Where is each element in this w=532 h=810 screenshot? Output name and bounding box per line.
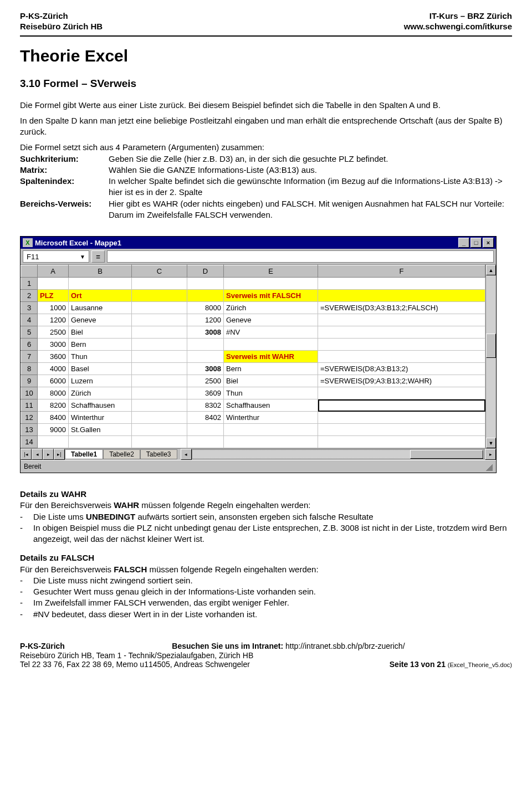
- cell[interactable]: 3008: [187, 326, 224, 339]
- scroll-thumb[interactable]: [410, 450, 483, 459]
- cell[interactable]: #NV: [224, 326, 318, 339]
- cell[interactable]: [38, 436, 69, 448]
- cell[interactable]: 3609: [187, 387, 224, 399]
- cell[interactable]: Schaffhausen: [224, 399, 318, 412]
- row-header[interactable]: 2: [21, 290, 38, 302]
- cell[interactable]: [132, 326, 187, 339]
- horizontal-scrollbar[interactable]: ◂ ▸: [181, 449, 496, 460]
- tab-nav-first-icon[interactable]: |◂: [21, 449, 32, 460]
- cell[interactable]: 3600: [38, 351, 69, 363]
- cell[interactable]: [318, 436, 485, 448]
- cell[interactable]: PLZ: [38, 290, 69, 302]
- sheet-tab[interactable]: Tabelle1: [65, 449, 103, 459]
- row-header[interactable]: 7: [21, 351, 38, 363]
- cell[interactable]: 2500: [38, 326, 69, 339]
- cell[interactable]: Biel: [224, 375, 318, 387]
- cell[interactable]: 3008: [187, 363, 224, 375]
- cell[interactable]: [318, 339, 485, 351]
- cell[interactable]: =SVERWEIS(D3;A3:B13;2;FALSCH): [318, 302, 485, 314]
- cell[interactable]: Schaffhausen: [69, 399, 132, 412]
- cell[interactable]: 2500: [187, 375, 224, 387]
- cell[interactable]: 1200: [38, 314, 69, 326]
- sheet-tab[interactable]: Tabelle3: [140, 449, 177, 459]
- cell[interactable]: Bern: [69, 339, 132, 351]
- sheet-tab[interactable]: Tabelle2: [103, 449, 140, 459]
- maximize-button[interactable]: □: [470, 238, 482, 248]
- cell[interactable]: 8200: [38, 399, 69, 412]
- cell[interactable]: [132, 314, 187, 326]
- row-header[interactable]: 10: [21, 387, 38, 399]
- cell[interactable]: [132, 302, 187, 314]
- cell[interactable]: Winterthur: [224, 412, 318, 424]
- col-header[interactable]: B: [69, 265, 132, 278]
- formula-input[interactable]: [107, 250, 494, 263]
- cell[interactable]: 8302: [187, 399, 224, 412]
- cell[interactable]: Sverweis mit WAHR: [224, 351, 318, 363]
- cell[interactable]: [318, 424, 485, 436]
- row-header[interactable]: 3: [21, 302, 38, 314]
- cell[interactable]: [132, 375, 187, 387]
- cell[interactable]: Basel: [69, 363, 132, 375]
- cell[interactable]: [187, 424, 224, 436]
- cell[interactable]: Winterthur: [69, 412, 132, 424]
- close-button[interactable]: ×: [483, 238, 494, 248]
- minimize-button[interactable]: _: [458, 238, 469, 248]
- col-header[interactable]: A: [38, 265, 69, 278]
- col-header[interactable]: C: [132, 265, 187, 278]
- cell[interactable]: [318, 314, 485, 326]
- cell[interactable]: Thun: [69, 351, 132, 363]
- cell[interactable]: [132, 290, 187, 302]
- row-header[interactable]: 4: [21, 314, 38, 326]
- cell[interactable]: 4000: [38, 363, 69, 375]
- cell[interactable]: [132, 436, 187, 448]
- cell[interactable]: =SVERWEIS(D8;A3:B13;2): [318, 363, 485, 375]
- cell[interactable]: [318, 278, 485, 290]
- cell[interactable]: 8402: [187, 412, 224, 424]
- cell[interactable]: 1200: [187, 314, 224, 326]
- name-box[interactable]: F11 ▼: [23, 250, 89, 263]
- cell[interactable]: Biel: [69, 326, 132, 339]
- cell[interactable]: 8000: [187, 302, 224, 314]
- cell[interactable]: [132, 278, 187, 290]
- col-header[interactable]: F: [318, 265, 485, 278]
- cell[interactable]: [318, 387, 485, 399]
- cell[interactable]: [224, 339, 318, 351]
- row-header[interactable]: 11: [21, 399, 38, 412]
- cell[interactable]: [187, 436, 224, 448]
- tab-nav-next-icon[interactable]: ▸: [43, 449, 54, 460]
- cell[interactable]: [318, 326, 485, 339]
- row-header[interactable]: 5: [21, 326, 38, 339]
- col-header[interactable]: D: [187, 265, 224, 278]
- tab-nav-prev-icon[interactable]: ◂: [32, 449, 43, 460]
- cell[interactable]: [318, 290, 485, 302]
- scroll-left-icon[interactable]: ◂: [181, 449, 192, 460]
- tab-nav-last-icon[interactable]: ▸|: [54, 449, 65, 460]
- cell[interactable]: [187, 351, 224, 363]
- formula-equals-button[interactable]: =: [91, 250, 105, 263]
- row-header[interactable]: 14: [21, 436, 38, 448]
- cell[interactable]: [132, 399, 187, 412]
- cell[interactable]: [224, 436, 318, 448]
- cell[interactable]: Zürich: [69, 387, 132, 399]
- cell[interactable]: 9000: [38, 424, 69, 436]
- cell[interactable]: [132, 412, 187, 424]
- cell[interactable]: [187, 278, 224, 290]
- cell[interactable]: Ort: [69, 290, 132, 302]
- cell[interactable]: [224, 278, 318, 290]
- cell[interactable]: [224, 424, 318, 436]
- col-header[interactable]: E: [224, 265, 318, 278]
- cell[interactable]: [132, 387, 187, 399]
- resize-grip-icon[interactable]: [484, 462, 493, 471]
- cell[interactable]: Luzern: [69, 375, 132, 387]
- cell[interactable]: [132, 424, 187, 436]
- cell[interactable]: [69, 278, 132, 290]
- cell[interactable]: Zürich: [224, 302, 318, 314]
- row-header[interactable]: 1: [21, 278, 38, 290]
- row-header[interactable]: 8: [21, 363, 38, 375]
- cell[interactable]: Bern: [224, 363, 318, 375]
- cell[interactable]: Lausanne: [69, 302, 132, 314]
- cell[interactable]: Sverweis mit FALSCH: [224, 290, 318, 302]
- cell[interactable]: 1000: [38, 302, 69, 314]
- cell[interactable]: 8400: [38, 412, 69, 424]
- cell[interactable]: [318, 412, 485, 424]
